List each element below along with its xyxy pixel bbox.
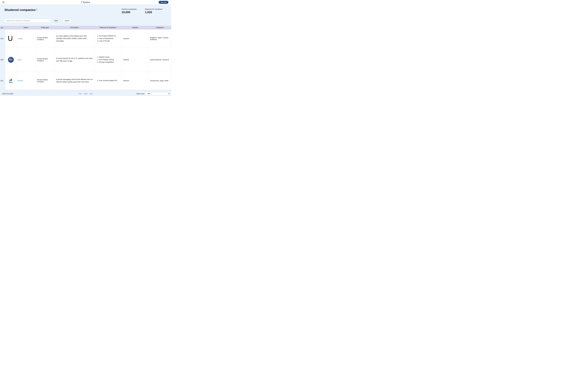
search-bar: Clear Search [0, 14, 171, 26]
company-link[interactable]: Rooms [18, 80, 23, 82]
cell-logo: eons [5, 48, 16, 72]
cell-entity: Private limited company [35, 72, 55, 90]
top-section: Shuttered companies i Inactive companies… [0, 5, 171, 14]
rows-per-page: Show rows: 500 [136, 92, 169, 95]
show-rows-label: Show rows: [136, 93, 145, 95]
table-row: 319.UnifyoPrivate limited companyAn onli… [0, 29, 171, 48]
app-header: lipidea Add new [0, 0, 171, 5]
company-logo-unifyo [8, 36, 14, 41]
cell-reasons: No Product-Market FitLack of ExperienceL… [94, 29, 122, 48]
pagination-footer: 1-500 of 10,000 First Next Last Show row… [0, 91, 171, 96]
reason-item: Poor Market Timing [99, 59, 120, 61]
th-industry: Industry [122, 26, 148, 29]
company-logo-eons: eons [8, 57, 14, 63]
th-description: Description [55, 26, 94, 29]
cell-entity: Private limited company [35, 29, 55, 48]
cell-name: Unifyo [16, 29, 35, 48]
reason-item: Strong Competition [99, 61, 120, 64]
stat-inactive-companies: Inactive companies 10,000 [122, 8, 137, 14]
cell-description: A social network for the U.S. residents … [55, 48, 94, 72]
companies-table-wrap[interactable]: No. Name Entity type Description Reasons… [0, 26, 171, 90]
pagination-links: First Next Last [79, 93, 93, 95]
th-categories: Categories [148, 26, 171, 29]
company-link[interactable]: Eons [18, 59, 22, 61]
th-name: Name [16, 26, 35, 29]
reason-item: Lack of Funds [99, 40, 120, 42]
main-content: Shuttered companies i Inactive companies… [0, 5, 171, 91]
table-row: 320.eonsEonsPrivate limited companyA soc… [0, 48, 171, 72]
table-header-row: No. Name Entity type Description Reasons… [0, 26, 171, 29]
stat-reasons-shutdown: Reasons for shutdown 1,026 [145, 8, 163, 14]
cell-categories: Analytics, Apps, Contact Software, [148, 29, 171, 48]
cell-description: An online platform that helped users fin… [55, 29, 94, 48]
search-button[interactable]: Search [63, 19, 71, 22]
company-logo-rooms: Rooms [9, 79, 13, 83]
pagination-range: 1-500 of 10,000 [2, 93, 13, 95]
brand-logo[interactable]: lipidea [81, 1, 90, 4]
th-no: No. [0, 26, 5, 29]
cell-industry: Internet [122, 48, 148, 72]
pagination-last[interactable]: Last [89, 93, 93, 95]
cell-no: 321. [0, 72, 5, 90]
th-reasons: Reasons for shutdown [94, 26, 122, 29]
search-input[interactable] [4, 19, 51, 22]
cell-name: Eons [16, 48, 35, 72]
reason-item: Market Issues [99, 56, 120, 59]
th-entity: Entity type [35, 26, 55, 29]
cell-reasons: Market IssuesPoor Market TimingStrong Co… [94, 48, 122, 72]
table-row: 321.RoomsRoomsPrivate limited companyA g… [0, 72, 171, 90]
page-title: Shuttered companies [4, 8, 36, 12]
logo-mark-icon [81, 1, 83, 3]
cell-reasons: Poor Product-Market Fit [94, 72, 122, 90]
cell-description: A group-messaging service that allowed u… [55, 72, 94, 90]
companies-table: No. Name Entity type Description Reasons… [0, 26, 171, 90]
cell-name: Rooms [16, 72, 35, 90]
cell-industry: Internet [122, 29, 148, 48]
reason-item: No Product-Market Fit [99, 35, 120, 37]
pagination-first[interactable]: First [79, 93, 82, 95]
cell-no: 319. [0, 29, 5, 48]
cell-industry: Internet [122, 72, 148, 90]
stat-label: Reasons for shutdown [145, 8, 163, 10]
clear-button[interactable]: Clear [52, 19, 60, 22]
cell-categories: Social Network, Social M [148, 48, 171, 72]
stat-value: 10,000 [122, 11, 137, 14]
stat-value: 1,026 [145, 11, 163, 14]
cell-logo: Rooms [5, 72, 16, 90]
show-rows-select[interactable]: 500 [146, 92, 169, 95]
info-icon[interactable]: i [36, 9, 37, 10]
hamburger-menu-icon[interactable] [2, 1, 4, 3]
reason-item: Lack of Experience [99, 37, 120, 40]
stats-panel: Inactive companies 10,000 Reasons for sh… [122, 8, 163, 14]
cell-entity: Private limited company [35, 48, 55, 72]
th-logo [5, 26, 16, 29]
brand-name: lipidea [83, 1, 90, 4]
company-link[interactable]: Unifyo [18, 38, 23, 40]
pagination-next[interactable]: Next [84, 93, 87, 95]
cell-no: 320. [0, 48, 5, 72]
add-new-button[interactable]: Add new [159, 1, 168, 4]
cell-categories: Anonymous, Apps, Mobi [148, 72, 171, 90]
stat-label: Inactive companies [122, 8, 137, 10]
cell-logo [5, 29, 16, 48]
reason-item: Poor Product-Market Fit [99, 79, 120, 82]
